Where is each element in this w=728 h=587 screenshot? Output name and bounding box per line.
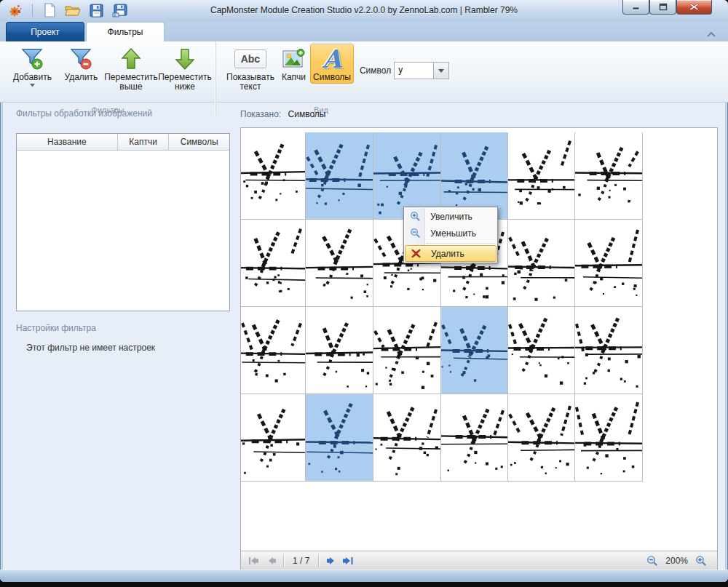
symbol-combo-label: Символ [360,65,391,76]
symbol-cell[interactable] [241,394,306,482]
menu-item-delete[interactable]: Удалить [405,245,496,262]
captcha-image-icon [282,45,305,73]
tab-project-label: Проект [31,27,60,37]
move-down-button[interactable]: Переместить ниже [159,44,211,93]
remove-filter-label: Удалить [64,73,98,82]
first-page-button[interactable] [245,555,263,567]
symbol-cell-selected[interactable] [441,307,508,394]
symbol-cell[interactable] [508,220,575,307]
symbol-cell-selected[interactable] [306,394,373,482]
show-text-label: Показывать текст [226,73,274,92]
symbol-cell[interactable] [241,220,306,307]
collapse-ribbon-button[interactable] [706,28,718,36]
symbol-glyph [373,307,440,394]
symbol-grid-row [241,394,643,482]
symbol-combobox[interactable]: y [394,62,449,79]
app-window: s [0,0,728,582]
symbol-glyph [441,394,507,481]
symbol-cell[interactable] [441,394,508,482]
symbol-cell[interactable] [373,307,441,394]
ribbon-group-view: Abc Показывать текст [215,41,426,116]
symbol-glyph [508,220,574,306]
symbol-glyph [508,307,574,394]
remove-filter-button[interactable]: Удалить [59,44,103,84]
symbol-glyph [241,132,305,219]
symbol-glyph [241,220,305,306]
column-header-name[interactable]: Название [17,134,117,150]
symbol-selector: Символ y [360,62,449,79]
dropdown-arrow-icon [30,84,35,87]
symbol-glyph [373,394,440,481]
zoom-out-button[interactable] [644,555,661,567]
filters-table-header: Название Каптчи Символы [17,134,229,151]
pager-bar: 1 / 7 [241,551,717,570]
menu-label-delete: Удалить [426,249,464,259]
symbol-grid [241,132,643,482]
zoom-out-magnifier-icon [646,555,658,567]
minimize-button[interactable] [622,0,649,15]
minimize-icon [632,4,641,10]
zoom-in-button[interactable] [692,555,710,567]
page-indicator: 1 / 7 [287,556,315,566]
symbol-letter-icon: A [323,45,341,73]
symbol-grid-row [241,307,643,394]
previous-page-icon [266,556,277,565]
menu-label-zoom-out: Уменьшить [425,228,476,239]
symbol-glyph [306,132,373,219]
shown-value: Символы [288,109,326,119]
filters-table-body[interactable] [17,151,229,311]
maximize-icon [659,3,668,11]
symbol-glyph [508,394,574,481]
symbol-cell[interactable] [508,394,575,482]
symbol-cell[interactable] [575,394,643,482]
last-page-button[interactable] [339,555,357,567]
symbol-cell-selected[interactable] [306,132,373,220]
close-button[interactable] [676,0,712,15]
symbol-glyph [575,220,642,306]
symbol-combobox-value: y [395,63,433,79]
captchas-view-button[interactable]: Капчи [279,44,309,84]
add-filter-label: Добавить [13,73,52,82]
move-up-button[interactable]: Переместить выше [105,44,157,93]
symbol-cell[interactable] [575,132,643,220]
delete-icon [405,249,426,258]
symbol-cell[interactable] [241,307,306,394]
symbol-cell[interactable] [373,394,441,482]
previous-page-button[interactable] [263,555,280,567]
symbol-combobox-dropdown[interactable] [433,63,448,79]
funnel-add-icon [20,45,44,73]
symbol-cell[interactable] [508,307,575,394]
symbol-cell[interactable] [306,220,373,307]
move-down-label: Переместить ниже [158,73,212,92]
filter-settings-title: Настройки фильтра [16,323,96,333]
captchas-view-label: Капчи [282,73,306,82]
tab-filters[interactable]: Фильтры [86,22,165,41]
shown-line: Показано: Символы [240,109,325,119]
symbols-panel: Увеличить Уменьшить [240,127,718,570]
symbol-cell[interactable] [241,132,306,220]
next-page-button[interactable] [322,555,339,567]
column-header-symbols[interactable]: Символы [168,134,229,150]
menu-separator [427,243,495,244]
show-text-button[interactable]: Abc Показывать текст [223,44,277,93]
maximize-button[interactable] [649,0,676,15]
tab-project[interactable]: Проект [6,22,84,41]
symbol-glyph [575,307,642,394]
symbol-cell[interactable] [508,132,575,220]
filters-table[interactable]: Название Каптчи Символы [16,133,230,311]
symbol-glyph [241,307,305,394]
symbol-cell[interactable] [306,307,373,394]
symbol-glyph [575,132,642,219]
add-filter-button[interactable]: Добавить [7,44,58,89]
pager-separator [283,555,284,567]
menu-item-zoom-in[interactable]: Увеличить [405,208,496,225]
menu-item-zoom-out[interactable]: Уменьшить [405,225,496,241]
symbol-cell[interactable] [575,307,643,394]
column-header-captchas[interactable]: Каптчи [117,134,169,150]
symbols-view-button[interactable]: A Символы [310,44,354,84]
filter-settings-empty-text: Этот фильтр не имеет настроек [26,343,155,353]
move-up-label: Переместить выше [104,73,158,92]
symbol-cell[interactable] [575,220,643,307]
ribbon-group-filters: Добавить Удалить [0,41,215,116]
chevron-down-icon [438,69,444,73]
